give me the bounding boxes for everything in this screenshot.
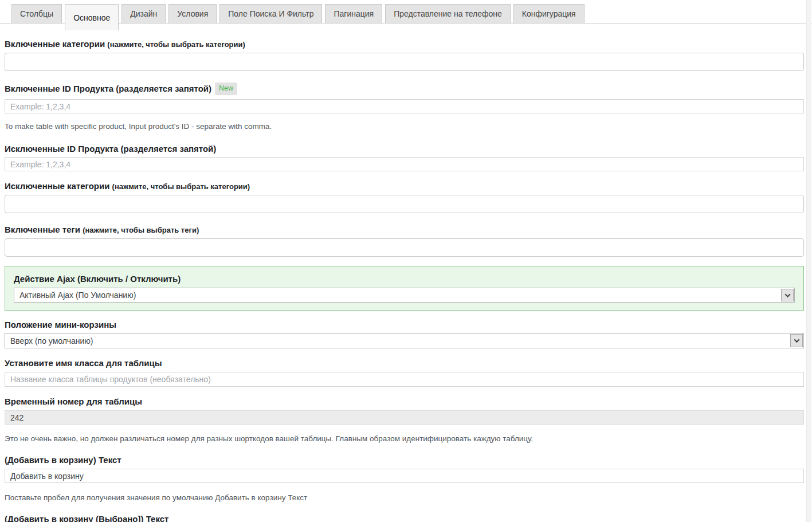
table-temp-number-input[interactable] — [5, 410, 804, 425]
add-to-cart-text-input[interactable] — [5, 469, 804, 483]
field-included-product-ids: Включенные ID Продукта (разделяется запя… — [5, 83, 804, 131]
excluded-categories-label: Исключенные категории (нажмите, чтобы вы… — [5, 181, 804, 191]
ajax-action-selected-value: Активный Ajax (По Умолчанию) — [14, 288, 780, 302]
field-table-class-name: Установите имя класса для таблицы — [5, 358, 804, 387]
table-temp-number-label: Временный номер для таблицы — [5, 397, 804, 406]
tab-configuration[interactable]: Конфигурация — [513, 4, 585, 23]
tab-pagination[interactable]: Пагинация — [325, 4, 382, 23]
tab-design[interactable]: Дизайн — [121, 4, 166, 23]
tab-conditions[interactable]: Условия — [168, 4, 217, 23]
mini-cart-position-select[interactable]: Вверх (по умолчанию) — [5, 333, 804, 348]
mini-cart-position-selected-value: Вверх (по умолчанию) — [5, 333, 790, 348]
table-class-name-input[interactable] — [5, 372, 804, 387]
included-product-ids-help: To make table with specific product, Inp… — [5, 122, 804, 131]
main-settings-panel: Включенные категории (нажмите, чтобы выб… — [0, 39, 812, 522]
field-mini-cart-position: Положение мини-корзины Вверх (по умолчан… — [5, 320, 804, 348]
add-to-cart-text-label: (Добавить в корзину) Текст — [5, 455, 804, 465]
tab-search-filter[interactable]: Поле Поиска И Фильтр — [219, 4, 322, 23]
chevron-down-icon — [790, 334, 803, 347]
included-categories-hint: (нажмите, чтобы выбрать категории) — [107, 40, 245, 49]
new-badge: New — [215, 83, 237, 95]
excluded-categories-hint: (нажмите, чтобы выбрать категории) — [112, 182, 250, 191]
included-tags-hint: (нажмите, чтобы выбрать теги) — [83, 226, 199, 234]
field-add-to-cart-selected-text: (Добавить в корзину (Выбрано]) Текст — [5, 514, 804, 522]
mini-cart-position-label: Положение мини-корзины — [5, 320, 804, 329]
table-temp-number-help: Это не очень важно, но должен различатьс… — [5, 434, 804, 443]
ajax-action-select[interactable]: Активный Ajax (По Умолчанию) — [14, 288, 795, 303]
included-categories-label: Включенные категории (нажмите, чтобы выб… — [5, 39, 804, 49]
field-excluded-categories: Исключенные категории (нажмите, чтобы вы… — [5, 181, 804, 213]
tab-main[interactable]: Основное — [65, 4, 119, 30]
included-tags-input[interactable] — [5, 238, 804, 257]
included-categories-input[interactable] — [5, 53, 804, 71]
ajax-action-box: Действие Ajax (Включить / Отключить) Акт… — [5, 266, 804, 311]
included-tags-label: Включенные теги (нажмите, чтобы выбрать … — [5, 225, 804, 235]
excluded-product-ids-label: Исключенные ID Продукта (разделяется зап… — [5, 144, 804, 154]
excluded-categories-input[interactable] — [5, 195, 804, 213]
add-to-cart-selected-text-label: (Добавить в корзину (Выбрано]) Текст — [5, 514, 804, 522]
included-product-ids-label: Включенные ID Продукта (разделяется запя… — [5, 83, 804, 95]
field-add-to-cart-text: (Добавить в корзину) Текст Поставьте про… — [5, 455, 804, 502]
excluded-product-ids-input[interactable] — [5, 157, 804, 171]
tab-columns[interactable]: Столбцы — [11, 4, 62, 23]
add-to-cart-text-help: Поставьте пробел для получения значения … — [5, 493, 804, 502]
chevron-down-icon — [781, 289, 794, 301]
tab-bar: Столбцы Основное Дизайн Условия Поле Пои… — [0, 0, 812, 23]
settings-page: Столбцы Основное Дизайн Условия Поле Пои… — [0, 0, 812, 522]
field-table-temp-number: Временный номер для таблицы Это не очень… — [5, 397, 804, 443]
ajax-action-label: Действие Ajax (Включить / Отключить) — [14, 274, 795, 284]
field-included-tags: Включенные теги (нажмите, чтобы выбрать … — [5, 225, 804, 257]
tab-mobile-view[interactable]: Представление на телефоне — [385, 4, 511, 23]
table-class-name-label: Установите имя класса для таблицы — [5, 358, 804, 368]
field-included-categories: Включенные категории (нажмите, чтобы выб… — [5, 39, 804, 71]
included-product-ids-input[interactable] — [5, 99, 804, 113]
field-excluded-product-ids: Исключенные ID Продукта (разделяется зап… — [5, 144, 804, 171]
vertical-scrollbar[interactable] — [806, 0, 811, 522]
